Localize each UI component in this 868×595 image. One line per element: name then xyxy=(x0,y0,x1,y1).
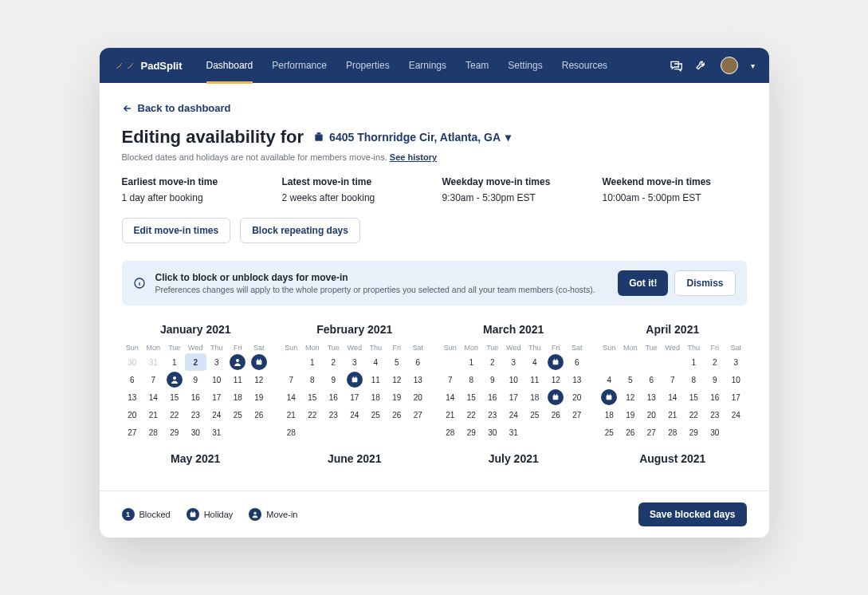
calendar-day[interactable]: 16 xyxy=(185,388,206,406)
calendar-day[interactable]: 3 xyxy=(725,353,747,371)
dismiss-button[interactable]: Dismiss xyxy=(674,270,735,296)
nav-team[interactable]: Team xyxy=(465,49,489,82)
calendar-day[interactable]: 3 xyxy=(206,353,228,371)
calendar-day[interactable]: 21 xyxy=(440,406,461,424)
calendar-day[interactable]: 25 xyxy=(524,406,546,424)
calendar-day[interactable]: 12 xyxy=(545,371,567,388)
calendar-day[interactable]: 24 xyxy=(503,406,524,424)
calendar-day[interactable]: 9 xyxy=(482,371,504,388)
calendar-day[interactable]: 21 xyxy=(143,406,164,424)
calendar-day[interactable]: 24 xyxy=(344,406,366,424)
calendar-day[interactable]: 27 xyxy=(641,424,662,441)
calendar-day[interactable]: 14 xyxy=(440,388,461,406)
calendar-day[interactable]: 1 xyxy=(461,353,482,371)
calendar-day[interactable]: 19 xyxy=(620,406,642,424)
calendar-day[interactable]: 4 xyxy=(524,353,546,371)
calendar-day[interactable]: 23 xyxy=(323,406,344,424)
calendar-day[interactable]: 10 xyxy=(206,371,228,388)
calendar-day[interactable]: 18 xyxy=(365,388,387,406)
calendar-day[interactable]: 13 xyxy=(407,371,429,388)
calendar-day[interactable] xyxy=(601,389,617,405)
calendar-day[interactable]: 2 xyxy=(705,353,726,371)
calendar-day-prev-month[interactable]: 31 xyxy=(143,353,164,371)
calendar-day[interactable]: 6 xyxy=(641,371,662,388)
calendar-day[interactable]: 10 xyxy=(725,371,747,388)
calendar-day[interactable] xyxy=(251,354,267,370)
calendar-day[interactable]: 15 xyxy=(461,388,482,406)
nav-earnings[interactable]: Earnings xyxy=(409,49,446,82)
calendar-day[interactable]: 13 xyxy=(567,371,588,388)
calendar-day[interactable]: 14 xyxy=(281,388,302,406)
calendar-day[interactable]: 30 xyxy=(185,424,206,441)
calendar-day[interactable]: 20 xyxy=(122,406,143,424)
nav-dashboard[interactable]: Dashboard xyxy=(206,49,253,82)
calendar-day[interactable]: 10 xyxy=(503,371,524,388)
calendar-day[interactable]: 22 xyxy=(302,406,324,424)
calendar-day[interactable]: 29 xyxy=(683,424,705,441)
calendar-day[interactable] xyxy=(167,372,183,388)
calendar-day[interactable]: 8 xyxy=(683,371,705,388)
block-repeating-button[interactable]: Block repeating days xyxy=(240,218,360,243)
calendar-day[interactable]: 26 xyxy=(387,406,408,424)
calendar-day[interactable] xyxy=(548,389,564,405)
calendar-day[interactable]: 17 xyxy=(725,388,747,406)
calendar-day[interactable]: 11 xyxy=(227,371,249,388)
chevron-down-icon[interactable]: ▾ xyxy=(751,61,755,70)
calendar-day[interactable]: 29 xyxy=(164,424,186,441)
calendar-day[interactable]: 16 xyxy=(482,388,504,406)
calendar-day[interactable]: 26 xyxy=(620,424,642,441)
calendar-day[interactable]: 11 xyxy=(365,371,387,388)
calendar-day[interactable]: 19 xyxy=(387,388,408,406)
calendar-day[interactable]: 25 xyxy=(365,406,387,424)
calendar-day[interactable]: 12 xyxy=(387,371,408,388)
calendar-day[interactable]: 5 xyxy=(387,353,408,371)
calendar-day[interactable]: 4 xyxy=(365,353,387,371)
calendar-day[interactable]: 12 xyxy=(249,371,270,388)
calendar-day[interactable]: 9 xyxy=(185,371,206,388)
calendar-day[interactable]: 15 xyxy=(302,388,324,406)
calendar-day[interactable]: 18 xyxy=(599,406,620,424)
calendar-day[interactable]: 13 xyxy=(122,388,143,406)
calendar-day[interactable]: 16 xyxy=(705,388,726,406)
calendar-day[interactable]: 1 xyxy=(683,353,705,371)
calendar-day[interactable]: 20 xyxy=(407,388,429,406)
calendar-day[interactable]: 30 xyxy=(482,424,504,441)
calendar-day[interactable]: 14 xyxy=(662,388,684,406)
calendar-day[interactable] xyxy=(230,354,245,370)
calendar-day[interactable]: 17 xyxy=(344,388,366,406)
calendar-day[interactable]: 22 xyxy=(461,406,482,424)
calendar-day[interactable]: 21 xyxy=(281,406,302,424)
got-it-button[interactable]: Got it! xyxy=(618,270,668,296)
see-history-link[interactable]: See history xyxy=(390,152,437,162)
avatar[interactable] xyxy=(721,57,738,74)
calendar-day[interactable]: 24 xyxy=(206,406,228,424)
calendar-day[interactable]: 7 xyxy=(143,371,164,388)
calendar-day[interactable]: 3 xyxy=(503,353,524,371)
nav-properties[interactable]: Properties xyxy=(346,49,390,82)
calendar-day[interactable]: 31 xyxy=(503,424,524,441)
calendar-day[interactable]: 7 xyxy=(281,371,302,388)
calendar-day[interactable]: 22 xyxy=(164,406,186,424)
calendar-day[interactable]: 14 xyxy=(143,388,164,406)
calendar-day[interactable]: 15 xyxy=(683,388,705,406)
calendar-day[interactable]: 7 xyxy=(440,371,461,388)
calendar-day[interactable] xyxy=(548,354,564,370)
calendar-day[interactable]: 31 xyxy=(206,424,228,441)
calendar-day[interactable]: 30 xyxy=(705,424,726,441)
calendar-day[interactable]: 17 xyxy=(206,388,228,406)
calendar-day[interactable]: 9 xyxy=(323,371,344,388)
calendar-day[interactable]: 8 xyxy=(461,371,482,388)
wrench-icon[interactable] xyxy=(695,59,708,72)
calendar-day[interactable]: 12 xyxy=(620,388,642,406)
calendar-day[interactable]: 23 xyxy=(705,406,726,424)
calendar-day[interactable]: 15 xyxy=(164,388,186,406)
calendar-day[interactable]: 6 xyxy=(122,371,143,388)
chat-icon[interactable] xyxy=(670,59,682,72)
calendar-day[interactable]: 17 xyxy=(503,388,524,406)
calendar-day[interactable]: 29 xyxy=(461,424,482,441)
calendar-day[interactable]: 1 xyxy=(164,353,186,371)
calendar-day-prev-month[interactable]: 30 xyxy=(122,353,143,371)
nav-resources[interactable]: Resources xyxy=(562,49,607,82)
calendar-day[interactable]: 27 xyxy=(407,406,429,424)
calendar-day[interactable]: 6 xyxy=(567,353,588,371)
